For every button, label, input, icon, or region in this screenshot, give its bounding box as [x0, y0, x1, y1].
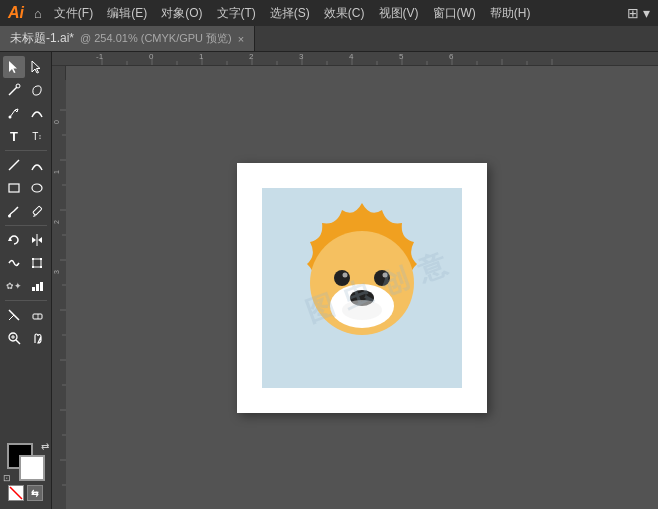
svg-point-90 [342, 300, 382, 320]
svg-text:3: 3 [53, 270, 60, 274]
svg-text:0: 0 [53, 120, 60, 124]
svg-text:5: 5 [399, 52, 404, 61]
svg-rect-22 [40, 282, 43, 291]
zoom-tool[interactable] [3, 327, 25, 349]
tool-row-warp [2, 252, 49, 274]
svg-text:1: 1 [53, 170, 60, 174]
svg-point-89 [383, 272, 388, 277]
ellipse-tool[interactable] [26, 177, 48, 199]
artboard: 图 虫 创 意 [237, 163, 487, 413]
main-layout: T T↕ [0, 52, 658, 509]
menu-select[interactable]: 选择(S) [264, 3, 316, 24]
menu-text[interactable]: 文字(T) [211, 3, 262, 24]
graph-tool[interactable] [26, 275, 48, 297]
menu-effect[interactable]: 效果(C) [318, 3, 371, 24]
menu-help[interactable]: 帮助(H) [484, 3, 537, 24]
tool-row-wand [2, 79, 49, 101]
svg-rect-20 [32, 287, 35, 291]
menu-file[interactable]: 文件(F) [48, 3, 99, 24]
tool-row-transform [2, 229, 49, 251]
line-tool[interactable] [3, 154, 25, 176]
rectangle-tool[interactable] [3, 177, 25, 199]
pen-tool[interactable] [3, 102, 25, 124]
bear-illustration [262, 188, 462, 388]
tab-close-button[interactable]: × [238, 33, 244, 45]
eraser-tool[interactable] [26, 304, 48, 326]
paintbrush-tool[interactable] [3, 200, 25, 222]
svg-point-3 [16, 84, 20, 88]
svg-rect-16 [32, 258, 34, 260]
svg-line-24 [9, 315, 14, 320]
svg-rect-25 [33, 314, 42, 319]
background-color[interactable] [19, 455, 45, 481]
menu-bar: 文件(F) 编辑(E) 对象(O) 文字(T) 选择(S) 效果(C) 视图(V… [48, 3, 537, 24]
symbol-sprayer-tool[interactable]: ✿✦ [3, 275, 25, 297]
pencil-tool[interactable] [26, 200, 48, 222]
svg-line-28 [16, 340, 20, 344]
svg-rect-6 [9, 184, 19, 192]
svg-rect-9 [33, 206, 42, 215]
horizontal-ruler: -1 0 1 2 3 4 5 6 [52, 52, 658, 66]
title-bar: Ai ⌂ 文件(F) 编辑(E) 对象(O) 文字(T) 选择(S) 效果(C)… [0, 0, 658, 26]
rotate-tool[interactable] [3, 229, 25, 251]
free-transform-tool[interactable] [26, 252, 48, 274]
tool-row-line [2, 154, 49, 176]
svg-marker-1 [32, 61, 40, 73]
svg-point-4 [9, 116, 12, 119]
svg-point-8 [8, 215, 11, 218]
home-icon[interactable]: ⌂ [34, 6, 42, 21]
svg-text:0: 0 [149, 52, 154, 61]
warp-tool[interactable] [3, 252, 25, 274]
svg-rect-32 [52, 52, 658, 65]
divider-1 [5, 150, 47, 151]
menu-window[interactable]: 窗口(W) [427, 3, 482, 24]
color-area: ⇄ ⊡ ⇆ [3, 439, 49, 505]
magic-wand-tool[interactable] [3, 79, 25, 101]
svg-text:-1: -1 [96, 52, 104, 61]
swap-fill-stroke[interactable]: ⇆ [27, 485, 43, 501]
selection-tool[interactable] [3, 56, 25, 78]
vertical-type-tool[interactable]: T↕ [26, 125, 48, 147]
type-tool[interactable]: T [3, 125, 25, 147]
svg-point-87 [343, 272, 348, 277]
tab-filename: 未标题-1.ai* [10, 30, 74, 47]
swap-colors-icon[interactable]: ⇄ [41, 441, 49, 452]
svg-marker-14 [38, 237, 42, 243]
tool-row-slice [2, 304, 49, 326]
svg-text:4: 4 [349, 52, 354, 61]
svg-text:2: 2 [53, 220, 60, 224]
menu-view[interactable]: 视图(V) [373, 3, 425, 24]
svg-line-31 [10, 487, 22, 499]
svg-rect-18 [32, 266, 34, 268]
left-toolbar: T T↕ [0, 52, 52, 509]
svg-rect-17 [40, 258, 42, 260]
svg-text:6: 6 [449, 52, 454, 61]
svg-line-5 [9, 160, 19, 170]
hand-tool[interactable] [26, 327, 48, 349]
ai-logo: Ai [8, 4, 24, 22]
lasso-tool[interactable] [26, 79, 48, 101]
svg-rect-15 [33, 259, 41, 267]
arc-tool[interactable] [26, 154, 48, 176]
direct-selection-tool[interactable] [26, 56, 48, 78]
tool-row-type: T T↕ [2, 125, 49, 147]
color-swatches[interactable]: ⇄ ⊡ [7, 443, 45, 481]
curvature-tool[interactable] [26, 102, 48, 124]
svg-point-7 [32, 184, 42, 192]
reset-colors-icon[interactable]: ⊡ [3, 473, 11, 483]
active-tab[interactable]: 未标题-1.ai* @ 254.01% (CMYK/GPU 预览) × [0, 26, 255, 51]
menu-object[interactable]: 对象(O) [155, 3, 208, 24]
menu-edit[interactable]: 编辑(E) [101, 3, 153, 24]
reflect-tool[interactable] [26, 229, 48, 251]
artboard-container: 图 虫 创 意 [66, 66, 658, 509]
slice-tool[interactable] [3, 304, 25, 326]
svg-point-88 [374, 270, 390, 286]
workspace-switcher[interactable]: ⊞ ▾ [627, 5, 650, 21]
tool-row-brush [2, 200, 49, 222]
svg-text:3: 3 [299, 52, 304, 61]
canvas-area: -1 0 1 2 3 4 5 6 [52, 52, 658, 509]
svg-text:1: 1 [199, 52, 204, 61]
svg-marker-0 [9, 61, 17, 73]
no-fill-button[interactable] [8, 485, 24, 501]
vertical-ruler: 0 1 2 3 [52, 66, 66, 509]
